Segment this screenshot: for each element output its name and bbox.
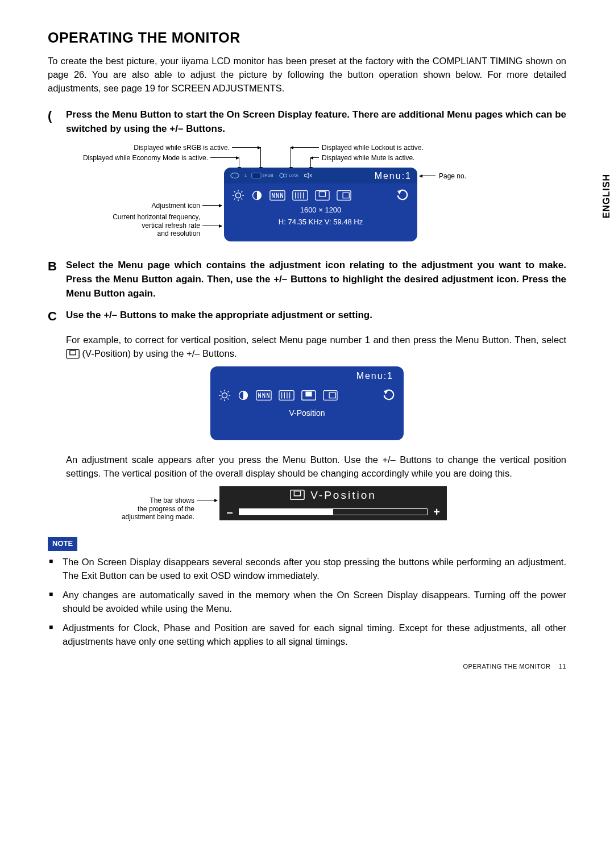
contrast-icon <box>251 190 263 201</box>
step-c-body-post: (V-Position) by using the +/– Buttons. <box>82 348 237 358</box>
svg-rect-24 <box>319 192 325 197</box>
callout-text: vertical refresh rate <box>142 222 200 229</box>
minus-label: – <box>225 504 234 520</box>
step-a-text: Press the Menu Button to start the On Sc… <box>66 108 566 136</box>
adjustment-bar-diagram: The bar shows the progress of the adjust… <box>66 486 566 532</box>
svg-rect-52 <box>294 491 301 496</box>
callout-text: and resolution <box>157 229 200 237</box>
callout-mute: Displayed while Mute is active. <box>322 154 414 162</box>
note-item: Any changes are automatically saved in t… <box>48 589 566 616</box>
language-tab: ENGLISH <box>599 170 614 222</box>
step-a-marker: ( <box>48 108 66 136</box>
svg-point-30 <box>222 393 227 398</box>
svg-line-15 <box>242 191 243 193</box>
callout-lockout: Displayed while Lockout is active. <box>322 144 424 152</box>
adjbar-fill <box>239 509 333 515</box>
svg-rect-18 <box>293 191 308 201</box>
adjbar-title: V-Position <box>310 487 376 503</box>
svg-rect-29 <box>70 350 76 355</box>
osd2-selected-label: V-Position <box>210 407 404 419</box>
vposition-icon <box>301 390 316 401</box>
callout-frequency: Current horizontal frequency, vertical r… <box>66 213 200 237</box>
footer-page: 11 <box>559 663 566 670</box>
svg-point-7 <box>235 193 240 198</box>
osd2-menu-label: Menu:1 <box>356 369 393 382</box>
arrow-line <box>210 157 239 158</box>
callout-page-no: Page no. <box>439 172 466 180</box>
callout-text: the progress of the <box>138 505 194 513</box>
economy-icon <box>230 172 240 180</box>
srgb-badge: sRGB <box>263 173 273 178</box>
adjbar-track <box>239 508 428 515</box>
svg-rect-48 <box>323 391 337 400</box>
contrast-icon <box>238 390 249 401</box>
return-icon <box>396 189 409 202</box>
svg-line-37 <box>221 399 222 400</box>
svg-rect-49 <box>329 393 335 398</box>
svg-point-0 <box>231 173 239 178</box>
vposition-icon <box>66 349 80 359</box>
plus-label: + <box>432 504 441 520</box>
page-footer: OPERATING THE MONITOR 11 <box>463 662 566 671</box>
adjustment-bar: V-Position – + <box>219 486 447 520</box>
svg-line-35 <box>221 391 222 393</box>
osd2-wrap: Menu:1 V-Position <box>48 366 566 444</box>
step-c-body: For example, to correct for vertical pos… <box>66 333 566 361</box>
brightness-icon <box>218 389 231 402</box>
svg-rect-41 <box>279 391 294 400</box>
callout-text: adjustment being made. <box>122 513 194 521</box>
callout-srgb: Displayed while sRGB is active. <box>106 144 230 152</box>
arrow-line <box>202 205 222 206</box>
footer-section: OPERATING THE MONITOR <box>463 663 550 670</box>
phase-icon <box>292 190 308 201</box>
return-icon <box>382 389 396 402</box>
arrow-line <box>291 147 319 148</box>
arrow-line <box>291 147 291 170</box>
adjbar-scale: – + <box>219 503 447 520</box>
svg-rect-47 <box>305 392 312 397</box>
osd-icon-row <box>224 183 417 202</box>
language-label: ENGLISH <box>601 174 611 218</box>
osd-panel-selected: Menu:1 V-Position <box>210 366 404 440</box>
svg-line-14 <box>234 199 235 200</box>
note-badge: NOTE <box>48 537 77 551</box>
arrow-line <box>310 157 319 158</box>
callout-progress-bar: The bar shows the progress of the adjust… <box>66 496 194 521</box>
callout-economy: Displayed while Economy Mode is active. <box>60 154 208 162</box>
phase-icon <box>279 390 294 401</box>
svg-marker-4 <box>305 173 309 178</box>
note-section: NOTE The On Screen Display disappears se… <box>48 536 566 648</box>
clock-icon <box>256 390 272 401</box>
step-b-text: Select the Menu page which contains the … <box>66 258 566 301</box>
step-a: ( Press the Menu Button to start the On … <box>48 108 566 136</box>
note-item: The On Screen Display disappears several… <box>48 556 566 583</box>
step-c-text: Use the +/– Buttons to make the appropri… <box>66 308 372 324</box>
svg-line-36 <box>228 399 229 400</box>
svg-rect-26 <box>343 193 349 198</box>
step-c-marker: C <box>48 308 66 324</box>
svg-rect-3 <box>283 174 286 177</box>
osd2-icon-row <box>210 386 404 402</box>
osd-diagram: Displayed while sRGB is active. Displaye… <box>66 140 566 254</box>
vposition-icon <box>315 190 330 201</box>
arrow-line <box>202 226 222 226</box>
callout-text: The bar shows <box>150 496 194 504</box>
callout-adjustment-icon: Adjustment icon <box>115 202 200 210</box>
note-list: The On Screen Display disappears several… <box>48 556 566 649</box>
step-c: C Use the +/– Buttons to make the approp… <box>48 308 566 324</box>
lock-icon <box>278 172 288 180</box>
callout-text: Current horizontal frequency, <box>113 213 200 221</box>
svg-rect-25 <box>337 191 351 201</box>
svg-rect-1 <box>252 173 261 178</box>
step-b-marker: B <box>48 258 66 301</box>
osd-frequency: H: 74.35 KHz V: 59.48 Hz <box>224 217 417 228</box>
hposition-icon <box>337 190 351 201</box>
svg-point-2 <box>279 174 283 178</box>
page-title: OPERATING THE MONITOR <box>48 27 566 48</box>
after-osd2-paragraph: An adjustment scale appears after you pr… <box>66 453 566 481</box>
economy-badge: 1 <box>244 173 247 178</box>
brightness-icon <box>232 189 244 202</box>
osd2-topbar: Menu:1 <box>210 366 404 386</box>
arrow-line <box>420 176 435 176</box>
intro-paragraph: To create the best picture, your iiyama … <box>48 55 566 95</box>
